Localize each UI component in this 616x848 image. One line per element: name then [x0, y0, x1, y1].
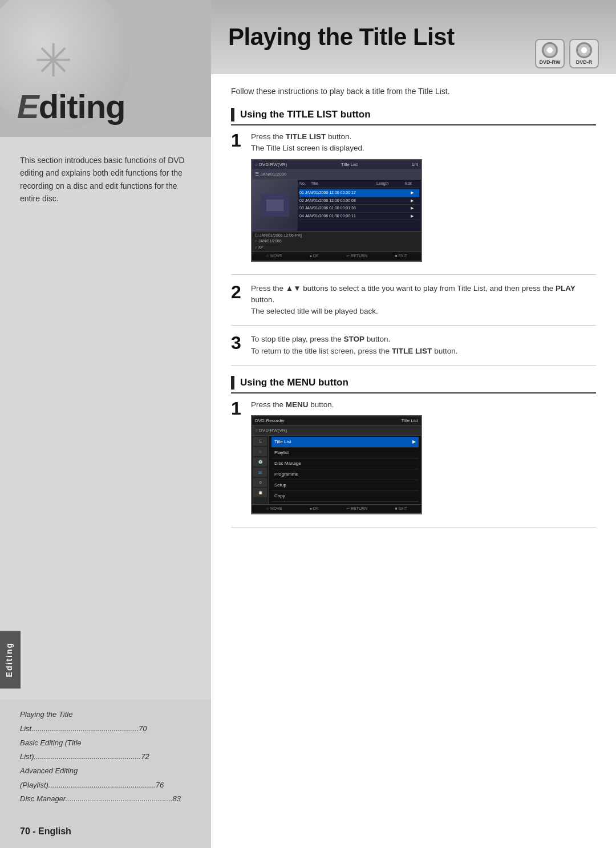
- left-body: This section introduces basic functions …: [0, 137, 211, 699]
- left-panel: ✳ Editing This section introduces basic …: [0, 0, 211, 848]
- sidebar-tab-editing: Editing: [0, 631, 21, 688]
- decorative-star: ✳: [34, 34, 72, 87]
- page-number: 70 - English: [0, 818, 211, 848]
- menu-step1-container: 1 Press the MENU button. DVD-Recorder Ti…: [231, 399, 596, 528]
- section1-bar: [231, 108, 234, 121]
- step2-content: Press the ▲▼ buttons to select a title y…: [251, 283, 596, 318]
- page-title: Playing the Title List: [228, 23, 455, 51]
- step2-number: 2: [231, 283, 242, 301]
- toc-item: Basic Editing (Title List)..............…: [20, 736, 191, 764]
- screen-row-3: 03 JAN/01/2006 01:00 00:01:36▶: [299, 205, 419, 213]
- menu-icon-setup: ⚙: [253, 478, 267, 487]
- menu-step1-number: 1: [231, 399, 242, 417]
- screen-row-4: 04 JAN/01/2006 01:30 00:00:11▶: [299, 213, 419, 221]
- screen-info-panel: ☐ JAN/01/2006 12:06-PR] ○ JAN/01/2006 ♪ …: [252, 231, 421, 252]
- step3-text3: button.: [432, 347, 457, 355]
- menu-icon-titlelist: ☰: [253, 437, 267, 446]
- screen-thumbnail: [252, 180, 298, 231]
- dvd-r-icon: DVD-R: [569, 39, 599, 68]
- step3-container: 3 To stop title play, press the STOP but…: [231, 334, 596, 366]
- menu-step1-text1: Press the: [251, 400, 286, 409]
- step1-bold1: TITLE LIST: [286, 132, 326, 141]
- step2-text1: Press the ▲▼ buttons to select a title y…: [251, 284, 556, 293]
- step3-bold1: STOP: [344, 335, 365, 343]
- screen-title-label: Title List: [341, 161, 358, 168]
- menu-items-container: ☰ ♫ 💿 📺 ⚙ 📋 Title List ▶: [252, 436, 421, 504]
- menu-item-disc: Disc Manage: [271, 459, 419, 469]
- menu-icon-copy: 📋: [253, 488, 267, 497]
- menu-item-titlelist-label: Title List: [274, 439, 291, 445]
- section1-title: Using the TITLE LIST button: [240, 109, 371, 120]
- step1-container: 1 Press the TITLE LIST button.The Title …: [231, 131, 596, 275]
- menu-item-copy: Copy: [271, 491, 419, 502]
- screen-bottom-bar: ☆ MOVE● OK↩ RETURN■ EXIT: [252, 251, 421, 261]
- menu-icon-prog: 📺: [253, 468, 267, 477]
- screen-date-bar: ☰ JAN/01/2006: [252, 170, 421, 180]
- section2-title: Using the MENU button: [240, 377, 348, 388]
- title-list-screen: ○ DVD-RW(VR) Title List 1/4 ☰ JAN/01/200…: [251, 159, 422, 262]
- menu-item-copy-label: Copy: [274, 493, 285, 500]
- section1-header: Using the TITLE LIST button: [231, 108, 596, 125]
- section2-header: Using the MENU button: [231, 376, 596, 393]
- screen-body: No.TitleLengthEdit 01 JAN/01/2006 12:00 …: [252, 180, 421, 231]
- toc-section: Playing the Title List..................…: [0, 699, 211, 818]
- title-rest: diting: [39, 88, 125, 125]
- step1-content: Press the TITLE LIST button.The Title Li…: [251, 131, 596, 266]
- menu-item-prog: Programme: [271, 469, 419, 480]
- toc-item: Advanced Editing (Playlist).............…: [20, 764, 191, 792]
- svg-rect-1: [266, 200, 283, 211]
- dvd-r-label: DVD-R: [576, 59, 593, 65]
- disc-ring-rw: [542, 42, 558, 58]
- page-number-text: 70 - English: [20, 826, 71, 836]
- step2-text2: button.The selected title will be played…: [251, 295, 378, 315]
- menu-item-disc-label: Disc Manage: [274, 460, 301, 467]
- step2-container: 2 Press the ▲▼ buttons to select a title…: [231, 283, 596, 326]
- toc-item: Disc Manager............................…: [20, 792, 191, 806]
- menu-top-bar: DVD-Recorder Title List: [252, 416, 421, 426]
- step3-number: 3: [231, 334, 242, 352]
- page-header: Playing the Title List DVD-RW DVD-R: [211, 0, 616, 74]
- intro-text: Follow these instructions to play back a…: [231, 86, 596, 98]
- step1-text-pre: Press the: [251, 132, 286, 141]
- disc-icons-container: DVD-RW DVD-R: [535, 39, 599, 68]
- disc-ring-r: [576, 42, 592, 58]
- menu-step1-bold1: MENU: [286, 400, 309, 409]
- menu-right-list: Title List ▶ Playlist Disc Manage Progra…: [269, 436, 421, 504]
- menu-bottom-bar: ☆ MOVE● OK↩ RETURN■ EXIT: [252, 504, 421, 513]
- screen-row-1: 01 JAN/01/2006 12:00 00:00:17▶: [299, 189, 419, 197]
- left-panel-top: ✳ Editing: [0, 0, 211, 137]
- title-e-letter: E: [17, 88, 39, 125]
- right-content: Follow these instructions to play back a…: [211, 74, 616, 848]
- menu-top-left: DVD-Recorder: [255, 417, 285, 424]
- header-gray-bar: Playing the Title List DVD-RW DVD-R: [211, 0, 616, 74]
- menu-dvd-bar: ○ DVD-RW(VR): [252, 426, 421, 436]
- menu-icon-playlist: ♫: [253, 447, 267, 456]
- left-body-text: This section introduces basic functions …: [20, 154, 191, 205]
- menu-left-icons: ☰ ♫ 💿 📺 ⚙ 📋: [252, 436, 269, 504]
- step3-content: To stop title play, press the STOP butto…: [251, 334, 596, 357]
- menu-item-playlist-label: Playlist: [274, 449, 289, 456]
- screen-list: No.TitleLengthEdit 01 JAN/01/2006 12:00 …: [298, 180, 421, 231]
- menu-step1-text2: button.: [309, 400, 334, 409]
- menu-item-titlelist-arrow: ▶: [412, 439, 416, 445]
- right-panel: Playing the Title List DVD-RW DVD-R Foll…: [211, 0, 616, 848]
- dvd-rw-label: DVD-RW: [540, 59, 561, 65]
- screen-page: 1/4: [412, 161, 418, 168]
- dvd-rw-icon: DVD-RW: [535, 39, 565, 68]
- menu-top-right: Title List: [402, 417, 419, 424]
- menu-icon-disc: 💿: [253, 457, 267, 466]
- menu-item-prog-label: Programme: [274, 471, 298, 478]
- step3-bold2: TITLE LIST: [392, 347, 432, 355]
- step1-number: 1: [231, 131, 242, 149]
- section2-bar: [231, 376, 234, 389]
- menu-item-playlist: Playlist: [271, 448, 419, 459]
- section-title-editing: Editing: [17, 87, 125, 125]
- menu-item-setup: Setup: [271, 480, 419, 491]
- screen-top-bar: ○ DVD-RW(VR) Title List 1/4: [252, 160, 421, 170]
- menu-screen: DVD-Recorder Title List ○ DVD-RW(VR) ☰ ♫…: [251, 415, 422, 514]
- screen-list-header: No.TitleLengthEdit: [299, 181, 419, 189]
- screen-row-2: 02 JAN/01/2006 12:00 00:00:08▶: [299, 197, 419, 205]
- step3-text1: To stop title play, press the: [251, 335, 344, 343]
- menu-step1-content: Press the MENU button. DVD-Recorder Titl…: [251, 399, 596, 519]
- toc-item: Playing the Title List..................…: [20, 708, 191, 736]
